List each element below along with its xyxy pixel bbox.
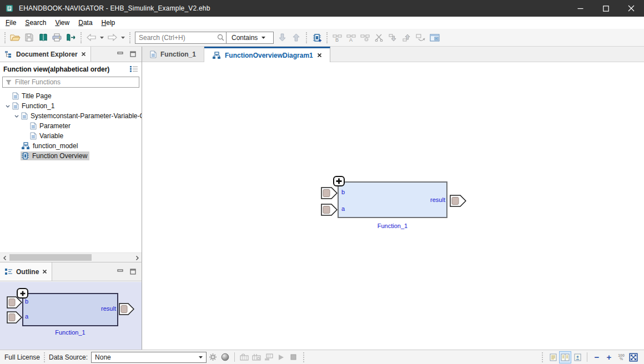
tab-function-overview-diagram[interactable]: FunctionOverviewDiagram1 [204, 47, 330, 62]
tree-item-label: Function_1 [22, 102, 54, 110]
menu-file[interactable]: File [2, 18, 22, 28]
document-icon [150, 50, 157, 58]
fit-to-screen-icon[interactable] [627, 351, 640, 363]
tree-item-parameter[interactable]: Parameter [0, 121, 142, 131]
input-label-b: b [341, 189, 345, 195]
forward-icon[interactable] [105, 31, 119, 44]
tree-item-systemconstant[interactable]: Systemconstant-Parameter-Variable-Overvi… [0, 111, 142, 121]
output-port-result[interactable] [450, 195, 466, 207]
start-visualization-icon[interactable] [275, 351, 287, 363]
chevron-expanded-icon[interactable] [3, 105, 12, 108]
outline-output-port[interactable] [119, 303, 134, 315]
input-port-a[interactable] [321, 204, 338, 216]
tree-item-function-model[interactable]: function_model [0, 141, 142, 151]
document-explorer-tab-label: Document Explorer [16, 50, 78, 58]
match-mode-dropdown[interactable]: Contains [227, 34, 273, 42]
scroll-right-icon[interactable] [133, 253, 142, 262]
zoom-in-button[interactable]: + [603, 351, 615, 363]
close-icon[interactable] [317, 53, 322, 58]
handbook-icon[interactable] [36, 31, 50, 44]
input-port-b[interactable] [321, 187, 338, 199]
document-explorer-tab[interactable]: Document Explorer [0, 47, 91, 62]
measurement-1-icon[interactable] [238, 351, 250, 363]
block-a-icon[interactable]: A [344, 31, 358, 44]
search-input[interactable] [135, 34, 215, 42]
zoom-100-icon[interactable]: 100 % [615, 351, 627, 363]
split-view-icon[interactable] [559, 351, 571, 363]
import-block-icon[interactable] [386, 31, 400, 44]
close-icon[interactable] [81, 52, 86, 57]
single-page-view-icon[interactable] [547, 351, 559, 363]
tree-item-function-overview[interactable]: Function Overview [0, 151, 142, 161]
measurement-2-icon[interactable] [250, 351, 263, 363]
minimize-button[interactable] [567, 0, 593, 17]
scrollbar-thumb[interactable] [9, 254, 92, 261]
maximize-view-icon[interactable] [130, 51, 136, 57]
scroll-left-icon[interactable] [0, 253, 9, 262]
model-diagram-icon [212, 52, 221, 59]
back-icon[interactable] [84, 31, 98, 44]
data-source-select[interactable]: None [91, 352, 207, 363]
menu-search[interactable]: Search [22, 18, 52, 28]
minimize-view-icon[interactable] [117, 269, 123, 274]
outline-tab[interactable]: Outline [0, 262, 52, 281]
zoom-out-button[interactable]: − [591, 351, 603, 363]
settings-gear-icon[interactable] [207, 351, 219, 363]
horizontal-scrollbar[interactable] [0, 252, 142, 262]
tab-label: FunctionOverviewDiagram1 [225, 52, 313, 59]
block-caption: Function_1 [22, 329, 118, 336]
license-status: Full License [4, 353, 40, 361]
open-handbook-icon[interactable] [8, 31, 22, 44]
data-source-label: Data Source: [49, 353, 88, 361]
tree-item-title-page[interactable]: Title Page [0, 91, 142, 101]
status-bar: Full License Data Source: None [0, 350, 644, 364]
measurement-3-icon[interactable] [263, 351, 275, 363]
maximize-view-icon[interactable] [130, 269, 136, 275]
expand-block-icon[interactable] [333, 176, 345, 186]
block-b-icon[interactable]: B [330, 31, 344, 44]
filter-functions-input[interactable] [15, 78, 136, 86]
menu-help[interactable]: Help [98, 18, 121, 28]
open-in-window-icon[interactable] [427, 31, 441, 44]
stop-visualization-icon[interactable] [287, 351, 299, 363]
back-dropdown-icon[interactable] [98, 31, 105, 44]
menu-data[interactable]: Data [75, 18, 98, 28]
search-control: Contains [135, 32, 274, 44]
close-icon[interactable] [42, 269, 47, 274]
export-block-icon[interactable] [400, 31, 414, 44]
detail-view-icon[interactable] [571, 351, 583, 363]
tree-item-function-1[interactable]: Function_1 [0, 101, 142, 111]
view-menu-icon[interactable] [129, 65, 138, 74]
close-button[interactable] [618, 0, 644, 17]
outline-input-port-a[interactable] [7, 311, 22, 323]
document-icon [30, 132, 37, 140]
minimize-view-icon[interactable] [117, 52, 123, 57]
export-handbook-icon[interactable] [64, 31, 78, 44]
document-icon [21, 112, 28, 120]
cut-icon[interactable] [372, 31, 386, 44]
tree-item-variable[interactable]: Variable [0, 131, 142, 141]
outline-viewport[interactable]: b a result Function_1 [0, 282, 142, 350]
chevron-expanded-icon[interactable] [12, 115, 21, 118]
document-explorer-tabbar: Document Explorer [0, 47, 142, 62]
input-label-b: b [25, 298, 28, 305]
function-tree: Title Page Function_1 Systemconstant-Par… [0, 89, 142, 161]
extract-block-icon[interactable] [414, 31, 427, 44]
maximize-button[interactable] [593, 0, 618, 17]
save-icon[interactable] [22, 31, 36, 44]
menu-view[interactable]: View [52, 18, 75, 28]
tree-item-label: Title Page [22, 92, 52, 100]
search-down-icon[interactable] [275, 31, 289, 44]
outline-input-port-b[interactable] [7, 296, 22, 309]
search-up-icon[interactable] [289, 31, 303, 44]
data-sphere-icon[interactable] [219, 351, 231, 363]
function-overview-icon [21, 152, 29, 160]
function-overview-icon[interactable] [310, 31, 324, 44]
tree-item-label: Systemconstant-Parameter-Variable-Overvi… [31, 112, 142, 120]
filter-functions-box [2, 77, 139, 88]
diagram-canvas[interactable]: b a result Function_1 [142, 62, 644, 350]
print-icon[interactable] [50, 31, 64, 44]
remove-block-icon[interactable] [358, 31, 372, 44]
forward-dropdown-icon[interactable] [119, 31, 127, 44]
tab-function-1[interactable]: Function_1 [142, 47, 204, 62]
